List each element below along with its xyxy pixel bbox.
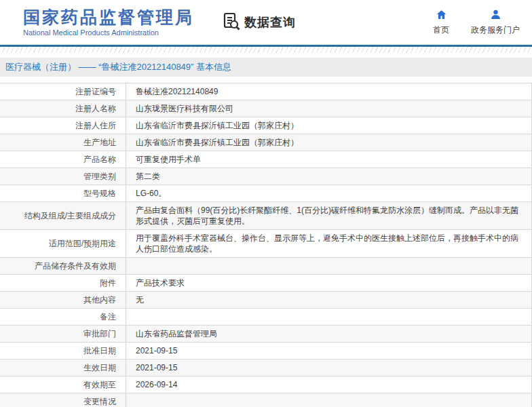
- home-icon: [436, 9, 447, 22]
- row-label: 结构及组成/主要组成成分: [24, 210, 116, 221]
- nav-gov-portal[interactable]: 政务服务门户: [471, 9, 520, 36]
- row-label: 备注: [100, 311, 116, 322]
- row-value: 山东省临沂市费县探沂镇工业园（郭家庄村）: [126, 117, 531, 134]
- row-value: 鲁械注准20212140849: [126, 83, 531, 100]
- row-value: 无: [126, 292, 531, 308]
- data-query-title: 数据查询: [244, 14, 296, 31]
- table-row: 变更情况: [0, 393, 531, 407]
- row-label: 批准日期: [83, 345, 116, 356]
- row-label: 产品储存条件及有效期: [35, 260, 116, 271]
- table-row: 适用范围/预期用途用于覆盖外科手术室器械台、操作台、显示屏等上，避免手术中的医生…: [0, 230, 531, 258]
- row-value: LG-60。: [126, 185, 531, 201]
- row-label: 型号规格: [83, 188, 116, 199]
- nav-home[interactable]: 首页: [433, 9, 449, 36]
- row-label: 注册证编号: [75, 86, 116, 97]
- table-row: 注册人名称山东珑景医疗科技有限公司: [0, 100, 531, 117]
- table-row: 结构及组成/主要组成成分产品由复合面料（99(百分比)长纤聚酯纤维、1(百分比)…: [0, 202, 531, 230]
- row-value: [126, 309, 531, 325]
- row-label: 变更情况: [83, 396, 116, 407]
- striped-band: [0, 47, 532, 53]
- table-row: 有效期至2026-09-14: [0, 376, 531, 393]
- row-label: 管理类别: [83, 171, 116, 182]
- row-label: 有效期至: [83, 379, 116, 390]
- row-label: 注册人名称: [75, 103, 116, 114]
- table-row: 产品储存条件及有效期: [0, 258, 531, 275]
- logo-title: 国家药品监督管理局: [23, 8, 194, 27]
- table-row: 附件产品技术要求: [0, 275, 531, 292]
- document-search-icon: [223, 12, 240, 33]
- row-value: 山东珑景医疗科技有限公司: [126, 100, 531, 117]
- registration-info-table: 注册证编号鲁械注准20212140849 注册人名称山东珑景医疗科技有限公司 注…: [0, 83, 532, 407]
- header-nav: 首页 政务服务门户: [433, 9, 520, 36]
- row-value: 山东省药品监督管理局: [126, 326, 531, 342]
- logo-subtitle: National Medical Products Administration: [23, 28, 194, 37]
- row-value: 2026-09-14: [126, 376, 531, 393]
- row-value: 2021-09-15: [126, 343, 531, 359]
- row-value: [126, 393, 531, 407]
- nav-gov-portal-label: 政务服务门户: [471, 24, 520, 36]
- data-query-section[interactable]: 数据查询: [223, 12, 296, 33]
- row-value: 产品由复合面料（99(百分比)长纤聚酯纤维、1(百分比)碳纤维和特氟龙防水涂层）…: [126, 202, 531, 229]
- nav-home-label: 首页: [433, 24, 449, 36]
- page-header: 国家药品监督管理局 National Medical Products Admi…: [0, 0, 532, 45]
- table-row: 型号规格LG-60。: [0, 185, 531, 202]
- table-row: 审批部门山东省药品监督管理局: [0, 326, 531, 343]
- table-row: 注册人住所山东省临沂市费县探沂镇工业园（郭家庄村）: [0, 117, 531, 134]
- row-label: 审批部门: [83, 328, 116, 339]
- row-value: 第二类: [126, 168, 531, 185]
- user-icon: [490, 9, 501, 22]
- nmpa-logo: 国家药品监督管理局 National Medical Products Admi…: [23, 8, 194, 37]
- table-row: 管理类别第二类: [0, 168, 531, 185]
- row-value: [126, 258, 531, 274]
- table-row: 批准日期2021-09-15: [0, 343, 531, 360]
- table-row: 生产地址山东省临沂市费县探沂镇工业园（郭家庄村）: [0, 134, 531, 151]
- row-label: 适用范围/预期用途: [49, 238, 116, 249]
- row-value: 2021-09-15: [126, 360, 531, 376]
- row-value: 山东省临沂市费县探沂镇工业园（郭家庄村）: [126, 134, 531, 151]
- row-label: 其他内容: [83, 294, 116, 305]
- row-value: 产品技术要求: [126, 275, 531, 291]
- row-label: 注册人住所: [75, 120, 116, 131]
- table-row: 注册证编号鲁械注准20212140849: [0, 83, 531, 100]
- table-row: 产品名称可重复使用手术单: [0, 151, 531, 168]
- row-label: 产品名称: [83, 154, 116, 165]
- row-label: 附件: [100, 277, 116, 288]
- row-label: 生效日期: [83, 362, 116, 373]
- table-row: 备注: [0, 309, 531, 326]
- table-row: 其他内容无: [0, 292, 531, 309]
- breadcrumb: 医疗器械（注册） —— “鲁械注准20212140849” 基本信息: [0, 58, 532, 77]
- row-label: 生产地址: [83, 137, 116, 148]
- row-value: 可重复使用手术单: [126, 151, 531, 168]
- table-row: 生效日期2021-09-15: [0, 360, 531, 376]
- row-value: 用于覆盖外科手术室器械台、操作台、显示屏等上，避免手术中的医生接触上述部位后，再…: [126, 230, 531, 257]
